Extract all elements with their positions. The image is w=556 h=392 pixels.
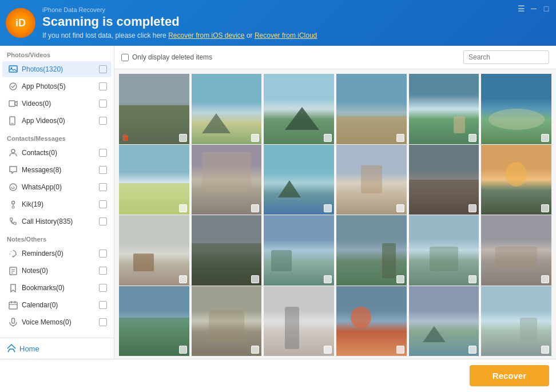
photo-checkbox[interactable] xyxy=(541,134,549,142)
photo-item[interactable] xyxy=(481,215,551,286)
recover-ios-link[interactable]: Recover from iOS device xyxy=(168,31,244,39)
photo-item[interactable] xyxy=(336,215,407,286)
photo-checkbox[interactable] xyxy=(396,134,404,142)
app-videos-checkbox[interactable] xyxy=(99,117,107,125)
sidebar-item-videos[interactable]: Videos(0) xyxy=(2,96,112,112)
voice-memos-checkbox[interactable] xyxy=(99,318,107,326)
messages-label: Messages(8) xyxy=(22,166,99,174)
photo-checkbox[interactable] xyxy=(468,346,476,354)
notes-checkbox[interactable] xyxy=(99,267,107,275)
photo-item[interactable] xyxy=(481,74,551,144)
kik-checkbox[interactable] xyxy=(99,200,107,208)
photo-checkbox[interactable] xyxy=(179,204,187,212)
calendar-checkbox[interactable] xyxy=(99,301,107,309)
photo-checkbox[interactable] xyxy=(179,346,187,354)
photo-checkbox[interactable] xyxy=(468,134,476,142)
recover-button[interactable]: Recover xyxy=(470,365,549,386)
sidebar-item-app-photos[interactable]: App Photos(5) xyxy=(2,78,112,94)
sidebar: Photos/Videos Photos(1320) App Photos(5)… xyxy=(0,46,114,359)
app-photos-checkbox[interactable] xyxy=(99,82,107,90)
sidebar-item-messages[interactable]: Messages(8) xyxy=(2,162,112,178)
svg-rect-19 xyxy=(12,318,15,323)
photo-checkbox[interactable] xyxy=(179,275,187,283)
photo-checkbox[interactable] xyxy=(324,275,332,283)
photo-checkbox[interactable] xyxy=(541,346,549,354)
whatsapp-checkbox[interactable] xyxy=(99,183,107,191)
menu-icon[interactable]: ☰ xyxy=(517,5,525,13)
photo-item[interactable] xyxy=(409,74,479,144)
photo-item[interactable] xyxy=(481,286,551,357)
photo-item[interactable] xyxy=(336,286,407,357)
photos-label: Photos(1320) xyxy=(22,65,99,73)
videos-checkbox[interactable] xyxy=(99,100,107,108)
photo-item[interactable] xyxy=(409,145,479,215)
photo-item[interactable] xyxy=(336,74,407,144)
photo-item[interactable] xyxy=(264,145,334,215)
sidebar-section-photos: Photos/Videos xyxy=(0,46,114,61)
deleted-items-checkbox[interactable] xyxy=(121,54,129,61)
photo-item[interactable] xyxy=(264,215,334,286)
deleted-items-filter[interactable]: Only display deleted items xyxy=(121,53,212,61)
photo-item[interactable] xyxy=(119,215,189,286)
sidebar-item-whatsapp[interactable]: WhatsApp(0) xyxy=(2,179,112,195)
maximize-icon[interactable]: □ xyxy=(542,5,550,13)
sidebar-item-contacts[interactable]: Contacts(0) xyxy=(2,145,112,161)
photo-checkbox[interactable] xyxy=(468,275,476,283)
videos-label: Videos(0) xyxy=(22,100,99,108)
kik-label: Kik(19) xyxy=(22,200,99,208)
photo-item[interactable] xyxy=(264,74,334,144)
home-label: Home xyxy=(19,345,39,353)
calendar-label: Calendar(0) xyxy=(22,301,99,309)
photo-checkbox[interactable] xyxy=(396,275,404,283)
photo-item[interactable] xyxy=(409,286,479,357)
photo-item[interactable] xyxy=(192,74,262,144)
sidebar-item-reminders[interactable]: Reminders(0) xyxy=(2,246,112,262)
photo-checkbox[interactable] xyxy=(396,204,404,212)
search-input[interactable] xyxy=(463,50,549,64)
contacts-checkbox[interactable] xyxy=(99,149,107,157)
sidebar-item-voice-memos[interactable]: Voice Memos(0) xyxy=(2,314,112,330)
photo-item[interactable] xyxy=(119,286,189,357)
messages-checkbox[interactable] xyxy=(99,166,107,174)
photo-item[interactable] xyxy=(481,145,551,215)
photo-checkbox[interactable] xyxy=(251,204,259,212)
photo-item[interactable] xyxy=(264,286,334,357)
svg-point-8 xyxy=(12,201,15,204)
photo-checkbox[interactable] xyxy=(179,134,187,142)
sidebar-item-calendar[interactable]: Calendar(0) xyxy=(2,297,112,313)
photo-item[interactable] xyxy=(192,286,262,357)
recover-icloud-link[interactable]: Recover from iCloud xyxy=(255,31,317,39)
photo-item[interactable] xyxy=(336,145,407,215)
photo-checkbox[interactable] xyxy=(251,346,259,354)
sidebar-item-app-videos[interactable]: App Videos(0) xyxy=(2,113,112,129)
photo-checkbox[interactable] xyxy=(324,134,332,142)
photo-checkbox[interactable] xyxy=(541,275,549,283)
sidebar-item-notes[interactable]: Notes(0) xyxy=(2,263,112,279)
photo-grid: 🗑 xyxy=(114,69,556,359)
bookmarks-checkbox[interactable] xyxy=(99,284,107,292)
photo-checkbox[interactable] xyxy=(251,134,259,142)
sidebar-item-photos[interactable]: Photos(1320) xyxy=(2,61,112,77)
photo-checkbox[interactable] xyxy=(324,204,332,212)
sidebar-item-bookmarks[interactable]: Bookmarks(0) xyxy=(2,280,112,296)
photo-item[interactable] xyxy=(192,145,262,215)
photo-checkbox[interactable] xyxy=(324,346,332,354)
minimize-icon[interactable]: ─ xyxy=(530,5,538,13)
photo-item[interactable]: 🗑 xyxy=(119,74,189,144)
photo-checkbox[interactable] xyxy=(541,204,549,212)
photo-item[interactable] xyxy=(192,215,262,286)
call-history-checkbox[interactable] xyxy=(99,217,107,225)
home-button[interactable]: Home xyxy=(7,344,39,353)
app-videos-label: App Videos(0) xyxy=(22,117,99,125)
photos-checkbox[interactable] xyxy=(99,65,107,73)
header-text: iPhone Data Recovery Scanning is complet… xyxy=(42,6,548,39)
sidebar-item-kik[interactable]: Kik(19) xyxy=(2,196,112,212)
photo-item[interactable] xyxy=(119,145,189,215)
sidebar-item-call-history[interactable]: Call History(835) xyxy=(2,213,112,229)
footer: Recover xyxy=(0,359,556,392)
reminders-checkbox[interactable] xyxy=(99,250,107,258)
photo-checkbox[interactable] xyxy=(251,275,259,283)
photo-checkbox[interactable] xyxy=(396,346,404,354)
photo-item[interactable] xyxy=(409,215,479,286)
photo-checkbox[interactable] xyxy=(468,204,476,212)
